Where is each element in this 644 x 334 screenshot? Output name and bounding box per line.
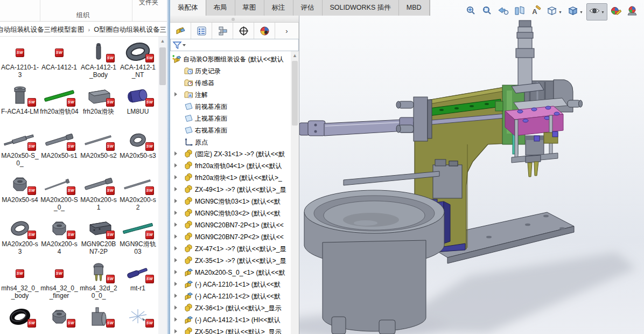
file-item[interactable]: SWMA20x200-s3 xyxy=(1,218,39,261)
expand-arrow-icon[interactable] xyxy=(174,329,177,333)
expand-arrow-icon[interactable] xyxy=(174,163,177,168)
file-item[interactable]: SWmt-r1 xyxy=(118,262,157,305)
tree-item[interactable]: 右视基准面 xyxy=(170,124,291,136)
file-item[interactable]: SWMGN9C20BN7-2P xyxy=(79,218,118,261)
dropdown-caret[interactable]: ▼ xyxy=(558,10,563,14)
tree-item[interactable]: MGN9C20BN7-2P<1> (默认<< xyxy=(170,219,291,231)
zoom-to-fit-button[interactable] xyxy=(464,4,479,20)
panel-tab-propertymanager[interactable] xyxy=(191,23,212,39)
tree-item[interactable]: 自动装O形圈组装设备 (默认<<默认 xyxy=(170,53,291,65)
file-item[interactable]: SWF-ACA14-LM xyxy=(1,85,39,128)
tree-item[interactable]: MGN9C滑轨03<2> (默认<<默 xyxy=(170,207,291,219)
expand-arrow-icon[interactable] xyxy=(174,317,177,322)
tree-item[interactable]: 传感器 xyxy=(170,77,291,89)
file-item[interactable]: SWMA20x50-s3 xyxy=(118,129,157,172)
file-item[interactable]: SWACA-1210-1-3 xyxy=(1,41,39,84)
tree-scrollbar[interactable]: ▲ xyxy=(291,51,299,334)
ribbon-tab-评估[interactable]: 评估 xyxy=(293,0,323,16)
expand-arrow-icon[interactable] xyxy=(174,282,177,286)
panel-tab-configurationmanager[interactable] xyxy=(212,23,233,39)
display-style-button[interactable]: ▼ xyxy=(565,4,585,20)
file-item[interactable]: SWMA20x50-s1 xyxy=(40,129,79,172)
tree-item[interactable]: (固定) ZX-31<1> ->? (默认<<默 xyxy=(170,148,291,160)
tree-item[interactable]: 上视基准面 xyxy=(170,113,291,124)
zoom-to-area-button[interactable] xyxy=(480,4,495,20)
dropdown-caret[interactable]: ▼ xyxy=(579,10,584,14)
expand-arrow-icon[interactable] xyxy=(174,234,177,239)
file-item[interactable]: SW xyxy=(118,306,157,334)
file-item[interactable]: SWMA20x200-s4 xyxy=(40,218,79,261)
scroll-up-button[interactable]: ▲ xyxy=(291,51,299,60)
tree-item[interactable]: ZX-49<1> ->? (默认<<默认>_显 xyxy=(170,184,291,196)
ribbon-tab-标注[interactable]: 标注 xyxy=(264,0,293,16)
file-item[interactable]: SWLM8UU xyxy=(118,85,157,128)
apply-scene-button[interactable] xyxy=(625,4,640,20)
tree-item[interactable]: ZX-50<1> (默认<<默认>_显示 xyxy=(170,326,291,334)
expand-arrow-icon[interactable] xyxy=(174,294,177,298)
file-item[interactable]: SWmhs4_32_0__body xyxy=(1,262,39,305)
ribbon-tab-布局[interactable]: 布局 xyxy=(206,0,235,16)
scroll-up-button[interactable]: ▲ xyxy=(158,37,167,46)
expand-arrow-icon[interactable] xyxy=(174,305,177,310)
expand-arrow-icon[interactable] xyxy=(174,211,177,215)
annotation-views-button[interactable]: A xyxy=(528,4,543,20)
hide-show-items-button[interactable]: ▼ xyxy=(586,3,607,20)
file-item[interactable]: SW xyxy=(1,306,39,334)
tree-item[interactable]: MA20x200-S_0_<1> (默认<<默 xyxy=(170,267,291,279)
breadcrumb[interactable]: 自动组装机设备三维模型套图›O型圈自动组装机设备三 xyxy=(0,25,166,34)
tree-item[interactable]: ZX-47<1> ->? (默认<<默认>_显 xyxy=(170,243,291,255)
expand-arrow-icon[interactable] xyxy=(174,270,177,274)
tree-item[interactable]: 原点 xyxy=(170,136,291,148)
panel-grip[interactable] xyxy=(170,16,299,23)
explorer-address-bar[interactable]: 自动组装机设备三维模型套图›O型圈自动组装机设备三 xyxy=(0,22,167,37)
tree-item[interactable]: frh20a滑轨04<1> (默认<<默认 xyxy=(170,160,291,172)
expand-arrow-icon[interactable] xyxy=(174,175,177,179)
panel-tab-featuremanager-tree[interactable] xyxy=(170,23,191,39)
expand-arrow-icon[interactable] xyxy=(174,151,177,156)
file-item[interactable]: SW xyxy=(40,306,79,334)
section-view-button[interactable] xyxy=(512,4,527,20)
expand-arrow-icon[interactable] xyxy=(174,92,177,96)
tree-item[interactable]: ZX-35<1> ->? (默认<<默认>_显 xyxy=(170,255,291,267)
file-item[interactable]: SWACA-1412-1_NT xyxy=(118,41,157,84)
tree-item[interactable]: A注解 xyxy=(170,89,291,101)
filter-dropdown-caret[interactable] xyxy=(183,44,186,46)
file-item[interactable]: SWfrh20a滑块 xyxy=(79,85,118,128)
edit-appearance-button[interactable] xyxy=(608,4,624,20)
tree-item[interactable]: (-) ACA-1412-1<1> (HI<<默认 xyxy=(170,314,291,326)
breadcrumb-segment[interactable]: 自动组装机设备三维模型套图 xyxy=(0,26,85,33)
file-item[interactable]: SWMGN9C滑轨03 xyxy=(118,218,157,261)
file-item[interactable]: SWMA20x200-S_0_ xyxy=(40,173,79,217)
scrollbar-thumb[interactable] xyxy=(159,47,166,85)
explorer-scrollbar[interactable]: ▲ xyxy=(158,37,167,334)
panel-tab-overflow-chevron[interactable]: › xyxy=(275,23,299,39)
file-item[interactable]: SWMA20x50-S_0_ xyxy=(1,129,39,172)
file-item[interactable]: SWmhs4_32d_20_0_ xyxy=(79,262,118,305)
view-orientation-button[interactable]: ▼ xyxy=(544,4,564,20)
file-item[interactable]: SWMA20x50-s2 xyxy=(79,129,118,172)
tree-item[interactable]: (-) ACA-1210-1<1> (默认<<默 xyxy=(170,279,291,290)
expand-arrow-icon[interactable] xyxy=(174,246,177,250)
ribbon-tab-SOLIDWORKS 插件[interactable]: SOLIDWORKS 插件 xyxy=(323,0,399,16)
expand-arrow-icon[interactable] xyxy=(174,222,177,227)
tree-item[interactable]: 前视基准面 xyxy=(170,101,291,113)
tree-item[interactable]: MGN9C20BN7-2P<2> (默认<< xyxy=(170,231,291,243)
file-item[interactable]: SWMA20x50-s4 xyxy=(1,173,39,217)
expand-arrow-icon[interactable] xyxy=(174,199,177,203)
dropdown-caret[interactable]: ▼ xyxy=(600,10,605,14)
expand-arrow-icon[interactable] xyxy=(174,258,177,262)
file-item[interactable]: SWACA-1412-1_Body xyxy=(79,41,118,84)
tree-item[interactable]: ZX-36<1> (默认<<默认>_显示 xyxy=(170,302,291,314)
file-item[interactable]: SWmhs4_32_0__finger xyxy=(40,262,79,305)
tree-filter-bar[interactable] xyxy=(170,39,299,51)
panel-tab-dimxpertmanager[interactable] xyxy=(233,23,254,39)
ribbon-tab-MBD[interactable]: MBD xyxy=(399,0,430,16)
file-item[interactable]: SWMA20x200-s1 xyxy=(79,173,118,217)
file-item[interactable]: SW xyxy=(79,306,118,334)
ribbon-tab-草图[interactable]: 草图 xyxy=(235,0,264,16)
scrollbar-thumb[interactable] xyxy=(292,61,298,126)
file-item[interactable]: SWMA20x200-s2 xyxy=(118,173,157,217)
expand-arrow-icon[interactable] xyxy=(174,187,177,191)
tree-item[interactable]: MGN9C滑轨03<1> (默认<<默 xyxy=(170,196,291,207)
tree-item[interactable]: (-) ACA-1210-1<2> (默认<<默 xyxy=(170,290,291,302)
